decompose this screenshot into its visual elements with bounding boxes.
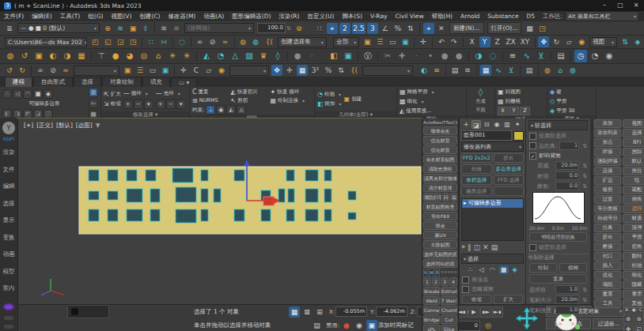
- empty-dropdown[interactable]: ▾: [74, 66, 119, 76]
- schematic-view-icon[interactable]: ▤: [524, 65, 535, 76]
- restrict-y-button[interactable]: Y: [479, 36, 491, 47]
- rect-region-icon[interactable]: ▭: [387, 36, 398, 47]
- constraint-icon-1[interactable]: ◉: [216, 105, 225, 115]
- hierarchy-tab[interactable]: ⊟: [482, 120, 491, 129]
- faded-icon-1[interactable]: [4, 316, 13, 320]
- ribbon-button-扩大[interactable]: ⇱扩大: [104, 91, 121, 99]
- spot-light-icon[interactable]: ⊤: [95, 50, 108, 62]
- make-unique-icon[interactable]: ◫: [474, 243, 481, 251]
- plugin-col1-9[interactable]: 等分面板: [594, 205, 621, 213]
- plugin-col1-18[interactable]: 重置: [594, 290, 621, 299]
- viewport-edges-label[interactable]: [边面]: [76, 122, 93, 130]
- amt-button-8[interactable]: 材质贴图检查: [423, 202, 457, 211]
- pin-stack-icon[interactable]: ⌖: [461, 243, 465, 251]
- save-icon[interactable]: ▦: [524, 23, 535, 34]
- water-drop-icon[interactable]: ◊: [271, 50, 284, 62]
- shaded-face-toggle-button[interactable]: 明暗处理面切换: [529, 232, 587, 242]
- rail-item-0[interactable]: 渲染: [3, 149, 15, 156]
- object-name-field[interactable]: 图形001: [461, 130, 512, 141]
- pan-icon[interactable]: ✥: [623, 325, 634, 331]
- snap-3-icon[interactable]: 3²: [309, 65, 321, 76]
- key-icon[interactable]: ◎: [483, 320, 494, 331]
- plugin-col1-14[interactable]: 封口: [594, 252, 621, 261]
- soft-selection-header[interactable]: ▾ 软选择: [528, 120, 588, 130]
- hidden-layers-icon[interactable]: ≋: [171, 23, 182, 34]
- ribbon-button-硬[interactable]: ◆硬: [550, 88, 575, 96]
- dope-sheet-icon[interactable]: ⊻: [506, 65, 517, 76]
- ribbon-tab-extra-icon[interactable]: ▭ ▾: [171, 77, 197, 87]
- subobject-mode-icon-3[interactable]: ■: [33, 89, 43, 99]
- ribbon-panel-caption[interactable]: 几何体(全部) ▾: [315, 111, 396, 118]
- undo-icon[interactable]: ↶: [436, 36, 447, 47]
- constraint-icon-2[interactable]: ◭: [226, 105, 236, 115]
- configure-modifier-sets-icon[interactable]: ▤: [491, 243, 498, 251]
- paint-button[interactable]: 绘制: [529, 263, 557, 273]
- amt-button-5[interactable]: 清离点和空物体: [423, 174, 457, 182]
- poly-tool-icon-4[interactable]: ◫: [44, 109, 53, 118]
- ribbon-panel-caption[interactable]: 修改选择 ▾: [101, 111, 189, 118]
- layer-select-icon[interactable]: ☰: [134, 65, 146, 76]
- poly-tool-icon-3[interactable]: ◪: [33, 109, 43, 118]
- dot-size-3-icon[interactable]: ●: [438, 50, 451, 62]
- lock-soft-selection-checkbox[interactable]: [529, 244, 536, 251]
- plugin-col2-17[interactable]: 隐藏: [623, 280, 644, 289]
- rail-logo-icon[interactable]: Y: [2, 122, 15, 134]
- menu-item-11[interactable]: 脚本(S): [338, 13, 366, 21]
- revert-button[interactable]: 复原: [529, 274, 587, 284]
- ribbon-button-创建[interactable]: ▣创建: [344, 96, 362, 103]
- dot-size-2-icon[interactable]: •: [424, 50, 437, 62]
- ribbon-toggle-icon[interactable]: ▦: [480, 65, 491, 76]
- quick-modifier-2[interactable]: 扫描: [461, 164, 492, 174]
- amt-close-icon[interactable]: ✕: [454, 120, 457, 126]
- amt-pair-3-1[interactable]: Cut: [441, 315, 457, 324]
- key-filters-button[interactable]: 过滤器...: [593, 318, 625, 329]
- spinner-arrows-icon[interactable]: ⇅: [582, 143, 587, 149]
- selection-set-dropdown[interactable]: ▾: [362, 66, 413, 76]
- snap-3d-icon[interactable]: 3: [367, 23, 378, 34]
- plugin-col2-16[interactable]: 细化: [623, 271, 644, 280]
- poly-tool-icon-2[interactable]: ◩: [23, 109, 32, 118]
- restrict-zx-button[interactable]: ZX: [505, 36, 517, 47]
- scene-explorer-toggle-icon[interactable]: ▤: [449, 65, 460, 76]
- snaps-use-axis-center-icon[interactable]: ⌖: [423, 23, 434, 34]
- go-to-end-button[interactable]: ►∎: [492, 307, 503, 318]
- element-mode-icon[interactable]: ◈: [510, 265, 520, 274]
- use-pivot-center-icon[interactable]: ⇅: [619, 36, 631, 47]
- percent-spinner[interactable]: 100.0⇅: [257, 23, 291, 33]
- clock-icon[interactable]: ◔: [589, 50, 601, 62]
- pivot-center-icon[interactable]: ✥: [271, 65, 282, 76]
- ribbon-button-绘制连接[interactable]: ▦绘制连接▾: [271, 96, 312, 104]
- layer-explorer-toggle-icon[interactable]: ≋: [462, 65, 473, 76]
- viewport-menu-plus[interactable]: [+]: [24, 122, 33, 130]
- loop-minus-icon[interactable]: −: [134, 100, 143, 109]
- amt-id-button-3[interactable]: 3: [441, 277, 449, 286]
- ribbon-button-附加[interactable]: ◧附加▾: [317, 100, 342, 108]
- percent-snap-icon[interactable]: %: [392, 23, 403, 34]
- undo-icon[interactable]: ↺: [4, 65, 15, 76]
- amt-num-b[interactable]: 8: [435, 269, 440, 276]
- select-by-name-icon[interactable]: ▣: [122, 65, 133, 76]
- menu-item-3[interactable]: 组(G): [84, 13, 107, 21]
- faded-icon-2[interactable]: [4, 325, 13, 329]
- ring-minus-icon[interactable]: −: [166, 100, 176, 109]
- time-config-icon[interactable]: ◷: [574, 50, 587, 62]
- render-frame-window-icon[interactable]: ⌂: [555, 65, 566, 76]
- plugin-col2-15[interactable]: 松弛: [623, 261, 644, 270]
- amt-pair-4-0[interactable]: sPL: [423, 325, 440, 331]
- keyboard-shortcut-icon[interactable]: ▤: [312, 320, 323, 331]
- plugin-col1-13[interactable]: 桥接: [594, 243, 621, 251]
- dope-sheet-icon[interactable]: ⊻: [535, 50, 547, 62]
- plugin-col2-4[interactable]: 默认: [623, 157, 644, 166]
- absolute-mode-icon[interactable]: ⊞: [314, 307, 325, 318]
- area-light-icon[interactable]: ⌂: [152, 50, 165, 62]
- record-icon[interactable]: ◉: [603, 50, 616, 62]
- add-time-tag-text[interactable]: 添加时间标记: [378, 322, 414, 329]
- ribbon-button-细化[interactable]: ▩细化▾: [400, 97, 434, 105]
- plugin-col2-0[interactable]: 视图: [623, 119, 644, 128]
- spinner-arrows-icon[interactable]: ⇅: [582, 287, 587, 293]
- falloff-value[interactable]: 20.0m: [555, 161, 579, 170]
- disc-light-icon[interactable]: ◎: [138, 50, 150, 62]
- plugin-col1-10[interactable]: 自动等分: [594, 214, 621, 223]
- plugin-col2-14[interactable]: 翻转: [623, 252, 644, 261]
- ribbon-button-平滑 30[interactable]: ◈平滑 30: [550, 107, 575, 115]
